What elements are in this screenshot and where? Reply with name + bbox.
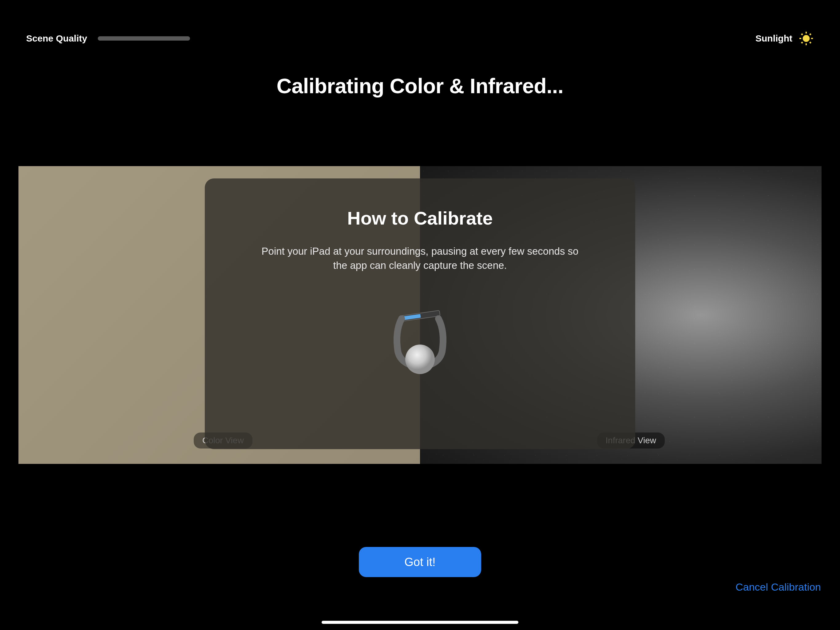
svg-rect-3 [799,38,801,39]
got-it-button[interactable]: Got it! [359,547,481,577]
svg-point-11 [405,345,435,374]
modal-title: How to Calibrate [347,207,493,229]
sunlight-group: Sunlight [755,31,814,46]
svg-rect-6 [809,33,812,35]
cancel-calibration-button[interactable]: Cancel Calibration [736,581,821,593]
modal-body: Point your iPad at your surroundings, pa… [254,244,586,272]
top-bar: Scene Quality Sunlight [0,31,840,46]
sunlight-label: Sunlight [755,33,793,44]
svg-rect-5 [801,33,803,35]
svg-point-0 [803,35,810,42]
scene-quality-progress [98,36,190,41]
svg-rect-8 [809,41,812,44]
svg-rect-1 [805,32,807,33]
svg-rect-7 [801,41,803,44]
home-indicator[interactable] [322,621,518,624]
ipad-hold-graphic [389,307,451,375]
svg-rect-4 [811,38,813,39]
svg-rect-2 [805,43,807,45]
sun-icon [799,31,814,46]
scene-quality-label: Scene Quality [26,33,87,44]
calibration-modal: How to Calibrate Point your iPad at your… [205,179,635,449]
page-title: Calibrating Color & Infrared... [0,74,840,98]
scene-quality-group: Scene Quality [26,33,190,44]
